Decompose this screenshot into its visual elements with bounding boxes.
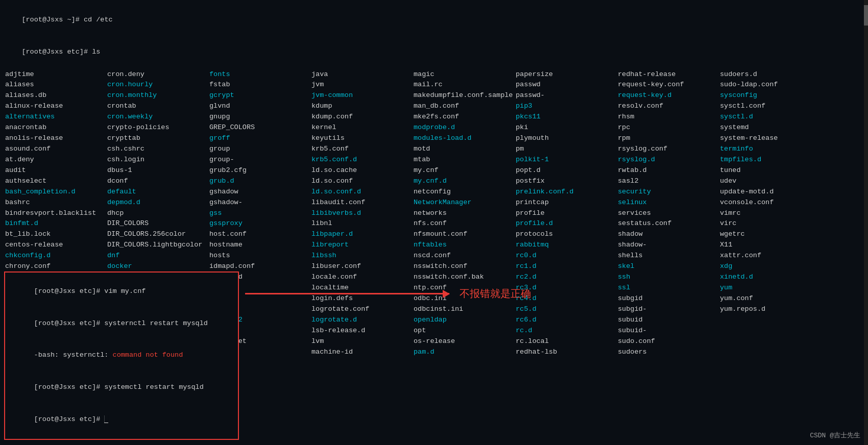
ls-entry: mail.rc xyxy=(414,80,516,90)
ls-entry: sysctl.d xyxy=(720,112,822,122)
ls-entry: ssh xyxy=(618,272,720,283)
ls-entry: depmod.d xyxy=(107,197,209,208)
ls-entry: lvm xyxy=(311,336,414,347)
ls-entry: libuser.conf xyxy=(311,261,414,272)
ls-entry: chkconfig.d xyxy=(5,251,107,261)
cmd-line-1: [root@Jsxs ~]# cd /etc xyxy=(5,4,863,36)
ls-entry: authselect xyxy=(5,176,107,187)
ls-entry: plymouth xyxy=(516,133,618,144)
ls-entry: DIR_COLORS.lightbgcolor xyxy=(107,240,209,251)
ls-entry: binfmt.d xyxy=(5,218,107,229)
ls-entry: nfsmount.conf xyxy=(414,229,516,240)
ls-entry: anacrontab xyxy=(5,122,107,133)
ls-entry: vimrc xyxy=(720,208,822,219)
ls-entry: sysctl.conf xyxy=(720,101,822,112)
ls-entry: libreport xyxy=(311,240,414,251)
ls-entry: pam.d xyxy=(414,347,516,358)
ls-entry: passwd xyxy=(516,80,618,90)
ls-entry: gshadow xyxy=(209,187,311,197)
ls-entry: centos-release xyxy=(5,240,107,251)
ls-entry: csh.login xyxy=(107,155,209,165)
ls-entry: gssproxy xyxy=(209,218,311,229)
ls-entry: pki xyxy=(516,122,618,133)
ls-entry: dhcp xyxy=(107,208,209,219)
ls-entry: rwtab.d xyxy=(618,165,720,176)
terminal-window: [root@Jsxs ~]# cd /etc [root@Jsxs etc]# … xyxy=(0,0,868,445)
ls-entry: rpc xyxy=(618,122,720,133)
ls-entry: sudo.conf xyxy=(618,336,720,347)
ls-entry: subuid xyxy=(618,315,720,326)
ls-entry: sysconfig xyxy=(720,90,822,101)
scrollbar-thumb[interactable] xyxy=(864,5,868,26)
ls-entry: at.deny xyxy=(5,155,107,165)
ls-entry: rc4.d xyxy=(516,293,618,304)
ls-entry: request-key.d xyxy=(618,90,720,101)
ls-entry: grub2.cfg xyxy=(209,165,311,176)
ls-entry: dconf xyxy=(107,176,209,187)
ls-entry: hostname xyxy=(209,240,311,251)
ls-entry: my.cnf xyxy=(414,165,516,176)
ls-entry: crypttab xyxy=(107,133,209,144)
ls-entry: nscd.conf xyxy=(414,251,516,261)
ls-entry: DIR_COLORS xyxy=(107,218,209,229)
ls-entry: services xyxy=(618,208,720,219)
ls-entry: terminfo xyxy=(720,144,822,155)
ls-entry: alinux-release xyxy=(5,101,107,112)
ls-entry: os-release xyxy=(414,336,516,347)
ls-entry: modules-load.d xyxy=(414,133,516,144)
ls-entry: netconfig xyxy=(414,187,516,197)
ls-entry: shells xyxy=(618,251,720,261)
ls-entry: sudoers.d xyxy=(720,69,822,80)
box-line-5: [root@Jsxs etc]# █ xyxy=(9,404,234,436)
ls-entry: postfix xyxy=(516,176,618,187)
ls-entry: kdump xyxy=(311,101,414,112)
ls-column-4: magicmail.rcmakedumpfile.conf.sampleman_… xyxy=(414,69,516,358)
ls-entry: gcrypt xyxy=(209,90,311,101)
ls-entry: man_db.conf xyxy=(414,101,516,112)
ls-entry: DIR_COLORS.256color xyxy=(107,229,209,240)
ls-entry: libaudit.conf xyxy=(311,197,414,208)
ls-entry: csh.cshrc xyxy=(107,144,209,155)
ls-entry: adjtime xyxy=(5,69,107,80)
ls-entry: rc.d xyxy=(516,326,618,336)
ls-entry: rsyslog.conf xyxy=(618,144,720,155)
ls-entry: lsb-release.d xyxy=(311,326,414,336)
ls-column-6: redhat-releaserequest-key.confrequest-ke… xyxy=(618,69,720,358)
ls-entry: shadow- xyxy=(618,240,720,251)
ls-entry: anolis-release xyxy=(5,133,107,144)
ls-entry: groff xyxy=(209,133,311,144)
ls-entry: GREP_COLORS xyxy=(209,122,311,133)
ls-entry: chrony.conf xyxy=(5,261,107,272)
ls-entry: audit xyxy=(5,165,107,176)
ls-entry: gshadow- xyxy=(209,197,311,208)
ls-entry: dbus-1 xyxy=(107,165,209,176)
ls-entry: pkcs11 xyxy=(516,112,618,122)
ls-entry: libibverbs.d xyxy=(311,208,414,219)
ls-entry: tmpfiles.d xyxy=(720,155,822,165)
ls-entry: rc5.d xyxy=(516,304,618,315)
ls-entry: host.conf xyxy=(209,229,311,240)
ls-column-5: papersizepasswdpasswd-pip3pkcs11pkiplymo… xyxy=(516,69,618,358)
ls-entry: rc3.d xyxy=(516,283,618,293)
ls-entry: xinetd.d xyxy=(720,272,822,283)
ls-entry: pm xyxy=(516,144,618,155)
box-line-1: [root@Jsxs etc]# vim my.cnf xyxy=(9,276,234,308)
ls-entry: yum xyxy=(720,283,822,293)
ls-entry: ssl xyxy=(618,283,720,293)
ls-entry: subgid- xyxy=(618,304,720,315)
ls-entry: networks xyxy=(414,208,516,219)
ls-entry: update-motd.d xyxy=(720,187,822,197)
ls-entry: subuid- xyxy=(618,326,720,336)
ls-entry: cron.hourly xyxy=(107,80,209,90)
ls-entry: krb5.conf xyxy=(311,144,414,155)
box-line-4: [root@Jsxs etc]# systemctl restart mysql… xyxy=(9,372,234,404)
ls-entry: krb5.conf.d xyxy=(311,155,414,165)
ls-entry: selinux xyxy=(618,197,720,208)
ls-entry: skel xyxy=(618,261,720,272)
ls-entry: security xyxy=(618,187,720,197)
ls-entry: hosts xyxy=(209,251,311,261)
ls-entry: X11 xyxy=(720,240,822,251)
ls-entry: virc xyxy=(720,218,822,229)
scrollbar[interactable] xyxy=(864,0,868,445)
ls-entry: nfs.conf xyxy=(414,218,516,229)
